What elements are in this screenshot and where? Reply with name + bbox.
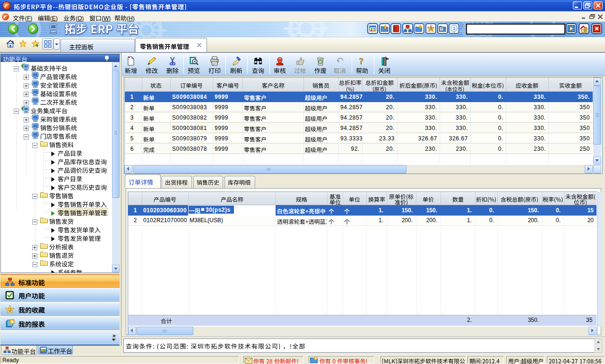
svg-text:1: 1 bbox=[9, 307, 11, 312]
svg-text:1: 1 bbox=[453, 26, 456, 31]
svg-text:?: ? bbox=[359, 57, 363, 66]
svg-text:1: 1 bbox=[430, 26, 432, 30]
